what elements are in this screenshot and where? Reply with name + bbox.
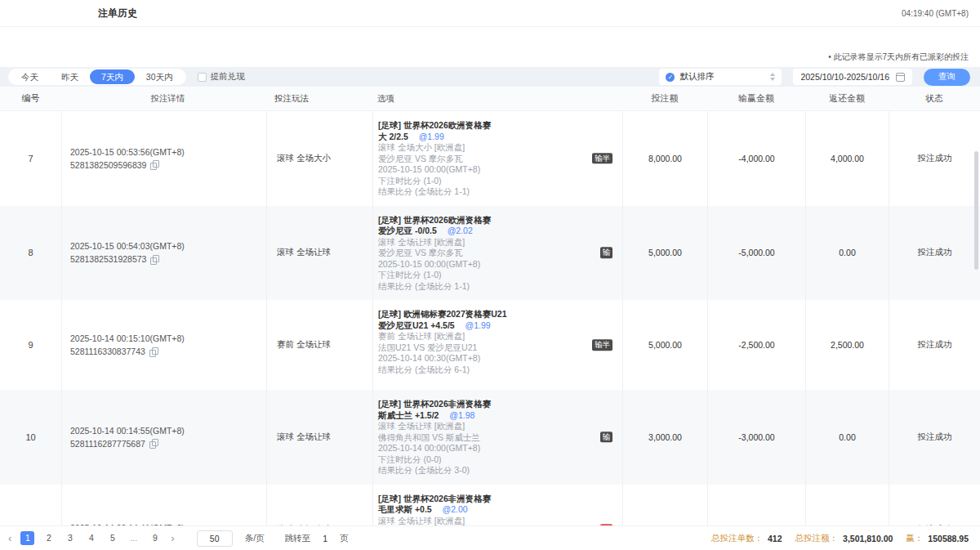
result-badge: 输 — [600, 432, 613, 443]
pick-line: 斯威士兰 +1.5/2 @1.98 — [378, 410, 590, 422]
option-cell: [足球] 世界杯2026非洲资格赛 斯威士兰 +1.5/2 @1.98 滚球 全… — [372, 390, 622, 485]
page-button[interactable]: 2 — [42, 531, 56, 545]
page-buttons: 12345...9 — [20, 531, 162, 545]
odds-value[interactable]: @1.99 — [466, 320, 491, 330]
next-page-icon[interactable]: › — [169, 532, 176, 544]
option-detail-line: 结果比分 (全场比分 3-0) — [378, 465, 590, 476]
option-detail-line: 爱沙尼亚 VS 摩尔多瓦 — [378, 248, 590, 259]
pick-selection: 爱沙尼亚U21 +4.5/5 — [378, 320, 455, 330]
option-detail-line: 结果比分 (全场比分 1-1) — [378, 281, 590, 293]
copy-icon[interactable] — [149, 439, 158, 448]
row-number: 10 — [0, 390, 61, 485]
pick-selection: 毛里求斯 +0.5 — [378, 504, 432, 514]
option-detail-lines: 滚球 全场让球 [欧洲盘]爱沙尼亚 VS 摩尔多瓦2025-10-15 00:0… — [378, 237, 590, 293]
league-name: [足球] 世界杯2026欧洲资格赛 — [378, 120, 590, 132]
server-time: 04:19:40 (GMT+8) — [902, 9, 969, 18]
option-detail-line: 滚球 全场让球 [欧洲盘] — [378, 421, 590, 432]
page-button[interactable]: 4 — [84, 531, 98, 545]
copy-icon[interactable] — [150, 160, 158, 169]
order-number: 5281382509596839 — [70, 160, 146, 170]
row-number: 11 — [0, 485, 61, 526]
odds-value[interactable]: @2.00 — [443, 504, 468, 514]
footer-bar: ‹ 12345...9 › 条/页 跳转至 1 页 总投注单数： 412 总投注… — [0, 525, 980, 550]
option-detail-line: 滚球 全场大小 [欧洲盘] — [378, 142, 590, 154]
total-amount-label: 总投注额： — [795, 533, 839, 544]
early-cashout-toggle[interactable]: 提前兑现 — [198, 71, 245, 83]
return-amount-cell: 4,000.00 — [805, 111, 889, 206]
record-note: • 此记录将显示7天内所有已派彩的投注 — [828, 51, 969, 63]
option-detail-line: 2025-10-14 00:30(GMT+8) — [378, 353, 590, 364]
sort-select[interactable]: ✓ 默认排序 — [659, 69, 782, 85]
league-name: [足球] 欧洲锦标赛2027资格赛U21 — [378, 309, 590, 320]
bet-time: 2025-10-14 00:14:55(GMT+8) — [70, 426, 266, 436]
jump-page-input[interactable]: 1 — [318, 534, 332, 543]
page-size-input[interactable] — [197, 530, 233, 547]
result-badge: 输半 — [592, 153, 612, 164]
col-header-bet: 投注额 — [622, 92, 707, 105]
win-loss-cell: -5,000.00 — [707, 206, 805, 301]
win-loss-cell: -2,500.00 — [707, 300, 805, 390]
sort-arrows-icon — [770, 73, 775, 81]
option-detail-line: 下注时比分 (1-0) — [378, 176, 590, 187]
date-range-picker[interactable]: 2025/10/10-2025/10/16 — [793, 69, 912, 85]
option-detail-line: 赛前 全场让球 [欧洲盘] — [378, 331, 590, 342]
query-button[interactable]: 查询 — [924, 69, 970, 86]
league-name: [足球] 世界杯2026非洲资格赛 — [378, 399, 590, 410]
pick-selection: 爱沙尼亚 -0/0.5 — [378, 226, 437, 235]
odds-value[interactable]: @1.99 — [419, 132, 444, 141]
play-type-cell: 滚球 全场大小 — [266, 111, 372, 206]
copy-icon[interactable] — [150, 255, 158, 264]
pick-selection: 大 2/2.5 — [378, 132, 408, 141]
option-cell: [足球] 世界杯2026欧洲资格赛 大 2/2.5 @1.99 滚球 全场大小 … — [372, 111, 622, 206]
bet-time: 2025-10-14 00:15:10(GMT+8) — [70, 333, 266, 343]
option-detail-lines: 滚球 全场让球 [欧洲盘]毛里求斯 VS 利比亚 — [378, 516, 590, 526]
table-row: 8 2025-10-15 00:54:03(GMT+8) 52813825319… — [0, 206, 980, 301]
vertical-scrollbar[interactable] — [974, 151, 978, 270]
play-type-cell: 滚球 全场让球 — [266, 206, 372, 301]
settlement-tabs — [0, 47, 56, 67]
date-filter-pill[interactable]: 今天 — [10, 69, 50, 84]
calendar-icon — [896, 73, 905, 82]
option-detail-line: 爱沙尼亚 VS 摩尔多瓦 — [378, 154, 590, 165]
date-pill-group: 今天昨天7天内30天内 — [8, 69, 186, 85]
option-detail-lines: 滚球 全场让球 [欧洲盘]佛得角共和国 VS 斯威士兰2025-10-14 00… — [378, 421, 590, 476]
date-filter-pill[interactable]: 7天内 — [90, 69, 135, 84]
page-button[interactable]: 9 — [148, 531, 162, 545]
option-detail-line: 下注时比分 (1-0) — [378, 270, 590, 281]
order-line: 5281116330837743 — [70, 347, 266, 356]
pick-line: 爱沙尼亚U21 +4.5/5 @1.99 — [378, 320, 590, 332]
page-button[interactable]: 3 — [63, 531, 77, 545]
jump-label: 跳转至 — [285, 533, 311, 544]
order-number: 5281116287775687 — [70, 439, 145, 449]
play-type-cell: 赛前 全场让球 — [266, 300, 372, 390]
option-detail-line: 滚球 全场让球 [欧洲盘] — [378, 237, 590, 248]
sub-tab-row: • 此记录将显示7天内所有已派彩的投注 — [0, 47, 980, 67]
option-detail-lines: 滚球 全场大小 [欧洲盘]爱沙尼亚 VS 摩尔多瓦2025-10-15 00:0… — [378, 142, 590, 198]
check-circle-icon: ✓ — [666, 73, 675, 82]
page-title: 注单历史 — [98, 7, 137, 20]
option-detail-line: 滚球 全场让球 [欧洲盘] — [378, 516, 590, 526]
order-number: 5281382531928573 — [70, 254, 146, 264]
pick-line: 大 2/2.5 @1.99 — [378, 132, 590, 143]
prev-page-icon[interactable]: ‹ — [7, 532, 13, 544]
bet-details-cell: 2025-10-14 00:14:55(GMT+8) 5281116287775… — [61, 390, 266, 485]
page-button[interactable]: 1 — [20, 531, 34, 545]
date-filter-pill[interactable]: 30天内 — [135, 69, 185, 84]
date-filter-pill[interactable]: 昨天 — [50, 69, 90, 84]
page-button: ... — [127, 531, 140, 545]
bet-details-cell: 2025-10-14 00:14:41(GMT+8) — [61, 485, 266, 526]
col-header-option: 选项 — [372, 93, 622, 105]
status-cell: 投注成功 — [889, 111, 980, 206]
league-name: [足球] 世界杯2026非洲资格赛 — [378, 494, 590, 505]
odds-value[interactable]: @1.98 — [449, 410, 474, 420]
order-line: 5281382509596839 — [70, 160, 266, 170]
checkbox-icon[interactable] — [198, 73, 207, 82]
odds-value[interactable]: @2.02 — [448, 226, 473, 235]
option-detail-line: 下注时比分 (0-0) — [378, 454, 590, 466]
row-number: 8 — [0, 206, 61, 301]
pagination: ‹ 12345...9 › 条/页 跳转至 1 页 — [7, 530, 349, 547]
total-count-label: 总投注单数： — [711, 533, 763, 544]
copy-icon[interactable] — [149, 347, 158, 356]
bet-details-cell: 2025-10-14 00:15:10(GMT+8) 5281116330837… — [61, 300, 266, 390]
page-button[interactable]: 5 — [105, 531, 119, 545]
